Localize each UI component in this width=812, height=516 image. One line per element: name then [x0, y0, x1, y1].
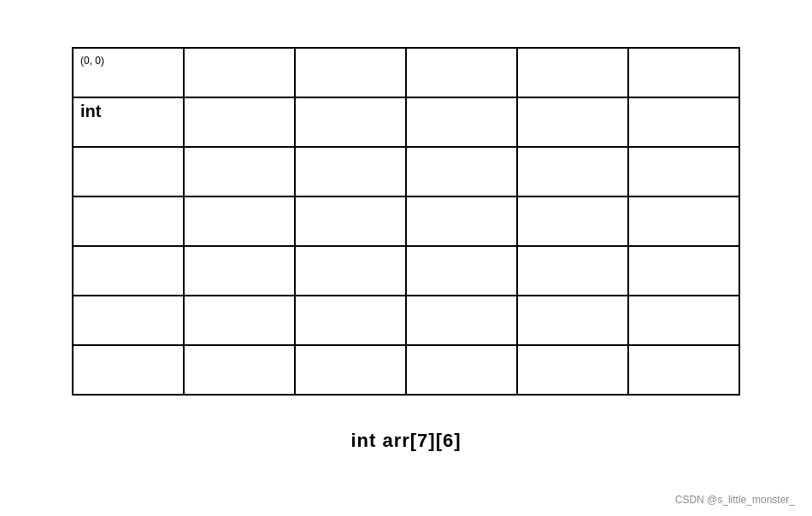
table-cell — [628, 48, 739, 97]
cell-label: (0, 0) — [80, 55, 104, 67]
grid-table: (0, 0)int — [72, 47, 740, 396]
table-cell — [406, 196, 517, 246]
table-cell: int — [73, 97, 184, 147]
grid-wrapper: (0, 0)int — [72, 47, 740, 396]
caption-text: int arr[7][6] — [350, 430, 461, 452]
table-row: (0, 0) — [73, 48, 739, 97]
table-cell — [406, 246, 517, 296]
table-cell — [73, 296, 184, 345]
table-cell — [517, 296, 628, 345]
main-container: (0, 0)int int arr[7][6] — [72, 47, 740, 452]
table-cell — [628, 97, 739, 147]
table-row — [73, 296, 739, 345]
table-cell — [73, 147, 184, 196]
table-row: int — [73, 97, 739, 147]
table-cell — [295, 345, 406, 395]
table-cell — [517, 196, 628, 246]
table-cell: (0, 0) — [73, 48, 184, 97]
table-cell — [628, 345, 739, 395]
table-cell — [628, 147, 739, 196]
table-cell — [184, 97, 295, 147]
table-cell — [517, 147, 628, 196]
watermark: CSDN @s_little_monster_ — [675, 494, 795, 506]
table-cell — [73, 345, 184, 395]
table-cell — [406, 48, 517, 97]
table-cell — [628, 246, 739, 296]
table-cell — [406, 147, 517, 196]
table-cell — [295, 296, 406, 345]
table-cell — [184, 48, 295, 97]
table-cell — [184, 296, 295, 345]
table-row — [73, 147, 739, 196]
table-cell — [517, 48, 628, 97]
table-cell — [295, 196, 406, 246]
table-cell — [184, 246, 295, 296]
table-cell — [295, 246, 406, 296]
table-cell — [406, 345, 517, 395]
table-cell — [406, 296, 517, 345]
table-cell — [73, 246, 184, 296]
table-cell — [628, 196, 739, 246]
table-row — [73, 196, 739, 246]
table-cell — [184, 196, 295, 246]
table-cell — [517, 345, 628, 395]
table-cell — [628, 296, 739, 345]
table-cell — [184, 147, 295, 196]
table-cell — [184, 345, 295, 395]
table-row — [73, 246, 739, 296]
table-cell — [406, 97, 517, 147]
table-row — [73, 345, 739, 395]
table-cell — [295, 97, 406, 147]
table-cell — [73, 196, 184, 246]
table-cell — [295, 48, 406, 97]
table-cell — [517, 97, 628, 147]
table-cell — [517, 246, 628, 296]
table-cell — [295, 147, 406, 196]
